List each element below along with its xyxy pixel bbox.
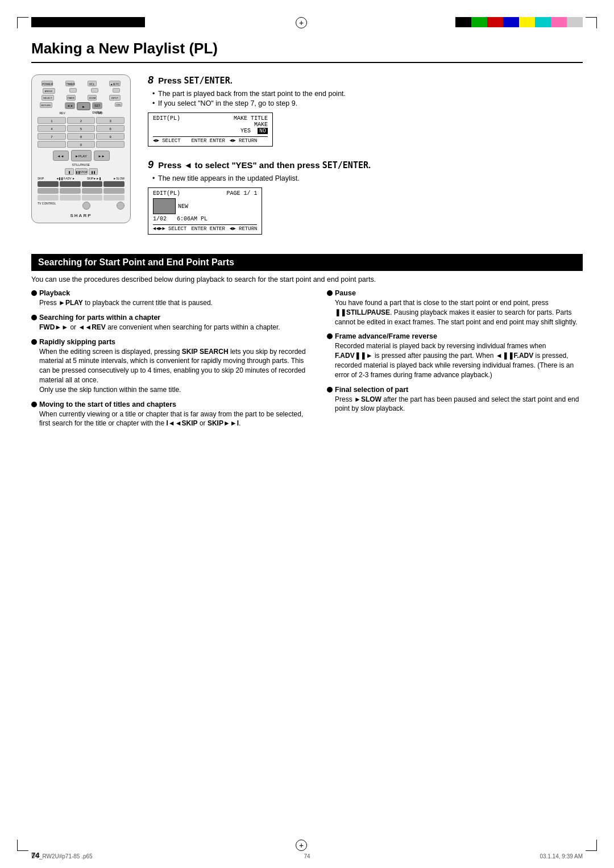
step-8-bullets: The part is played back from the start p… — [152, 90, 583, 107]
screen1-row2: MAKE — [153, 122, 268, 128]
section-box: Searching for Start Point and End Point … — [31, 254, 583, 271]
bullet-dot-1 — [31, 290, 37, 296]
lower-right: Pause You have found a part that is clos… — [327, 289, 583, 434]
bullet-frame: Frame advance/Frame reverse Recorded mat… — [327, 332, 583, 379]
screen2-row3: 1/02 6:06AM PL — [153, 216, 257, 222]
page-title: Making a New Playlist (PL) — [31, 40, 583, 63]
playback-title: Playback — [31, 289, 313, 297]
footer-left: DV_RW2U#p71-85 .p65 — [31, 853, 93, 859]
step-8-number: 8 — [148, 74, 154, 86]
final-text: Press ►SLOW after the part has been paus… — [335, 395, 583, 414]
reg-mark-top — [296, 17, 307, 28]
bullet-pause: Pause You have found a part that is clos… — [327, 289, 583, 327]
final-title: Final selection of part — [327, 386, 583, 394]
section-title: Searching for Start Point and End Point … — [38, 257, 576, 268]
corner-tr — [586, 17, 597, 28]
search-section: Searching for Start Point and End Point … — [31, 254, 583, 434]
remote-column: POWER TIMER VCL ▲/ETC ANGLE AUDIO SELECT… — [31, 74, 136, 247]
bullet-searching: Searching for parts within a chapter FWD… — [31, 314, 313, 332]
pause-text: You have found a part that is close to t… — [335, 298, 583, 327]
reg-mark-bottom — [296, 840, 307, 851]
page-number: 74 — [31, 851, 39, 859]
corner-br — [586, 840, 597, 851]
main-layout: POWER TIMER VCL ▲/ETC ANGLE AUDIO SELECT… — [31, 74, 583, 247]
remote-control: POWER TIMER VCL ▲/ETC ANGLE AUDIO SELECT… — [31, 74, 131, 223]
moving-text: When currently viewing or a title or cha… — [39, 410, 313, 429]
lower-layout: Playback Press ►PLAY to playback the cur… — [31, 289, 583, 434]
frame-text: Recorded material is played back by reve… — [335, 341, 583, 379]
bullet-final: Final selection of part Press ►SLOW afte… — [327, 386, 583, 414]
screen1-row3: YES NO — [153, 128, 268, 134]
color-bar — [455, 17, 583, 27]
step-9-title: Press ◄ to select "YES" and then press S… — [158, 160, 371, 170]
corner-bl — [17, 840, 28, 851]
lower-left: Playback Press ►PLAY to playback the cur… — [31, 289, 313, 434]
step-9-bullet-1: The new title appears in the updated Pla… — [152, 174, 583, 182]
page-content: Making a New Playlist (PL) POWER TIMER V… — [31, 40, 583, 840]
step-9-bullets: The new title appears in the updated Pla… — [152, 174, 583, 182]
bullet-dot-3 — [31, 339, 37, 345]
step-9: 9 Press ◄ to select "YES" and then press… — [148, 159, 583, 240]
screen-mockup-1: EDIT(PL)MAKE TITLE MAKE YES NO ◄► SELECT… — [148, 112, 273, 147]
screen2-row1: EDIT(PL)PAGE 1/ 1 — [153, 190, 257, 197]
screen1-row1: EDIT(PL)MAKE TITLE — [153, 115, 268, 122]
black-rect-top — [31, 17, 145, 27]
step-8: 8 Press SET/ENTER. The part is played ba… — [148, 74, 583, 152]
pause-title: Pause — [327, 289, 583, 297]
rapidly-title: Rapidly skipping parts — [31, 338, 313, 346]
right-content: 8 Press SET/ENTER. The part is played ba… — [148, 74, 583, 247]
bullet-dot-7 — [327, 387, 333, 393]
bullet-playback: Playback Press ►PLAY to playback the cur… — [31, 289, 313, 308]
playback-text: Press ►PLAY to playback the current titl… — [39, 298, 313, 308]
step-9-heading: 9 Press ◄ to select "YES" and then press… — [148, 159, 583, 171]
bullet-dot-5 — [327, 290, 333, 296]
bullet-moving: Moving to the start of titles and chapte… — [31, 400, 313, 429]
searching-title: Searching for parts within a chapter — [31, 314, 313, 322]
thumbnail — [153, 198, 176, 214]
searching-text: FWD►► or ◄◄REV are convenient when searc… — [39, 323, 313, 332]
screen1-bar: ◄► SELECT ENTER ENTER ◄► RETURN — [153, 136, 268, 144]
bullet-rapidly: Rapidly skipping parts When the editing … — [31, 338, 313, 395]
step-8-title: Press SET/ENTER. — [158, 76, 233, 85]
bullet-dot-2 — [31, 315, 37, 320]
screen2-row2: NEW — [153, 198, 257, 214]
screen-mockup-2: EDIT(PL)PAGE 1/ 1 NEW 1/02 6:06AM PL ◄◄►… — [148, 187, 262, 235]
step-8-bullet-1: The part is played back from the start p… — [152, 90, 583, 98]
moving-title: Moving to the start of titles and chapte… — [31, 400, 313, 408]
rapidly-text: When the editing screen is displayed, pr… — [39, 347, 313, 395]
frame-title: Frame advance/Frame reverse — [327, 332, 583, 340]
step-8-heading: 8 Press SET/ENTER. — [148, 74, 583, 86]
corner-tl — [17, 17, 28, 28]
section-intro: You can use the procedures described bel… — [31, 276, 583, 283]
step-8-bullet-2: If you select "NO" in the step 7, go to … — [152, 99, 583, 107]
screen2-bar: ◄◄►► SELECT ENTER ENTER ◄► RETURN — [153, 224, 257, 232]
bullet-dot-4 — [31, 402, 37, 407]
bullet-dot-6 — [327, 333, 333, 339]
footer-right: 03.1.14, 9:39 AM — [540, 853, 583, 859]
step-9-number: 9 — [148, 159, 154, 170]
footer-center: 74 — [304, 853, 310, 859]
